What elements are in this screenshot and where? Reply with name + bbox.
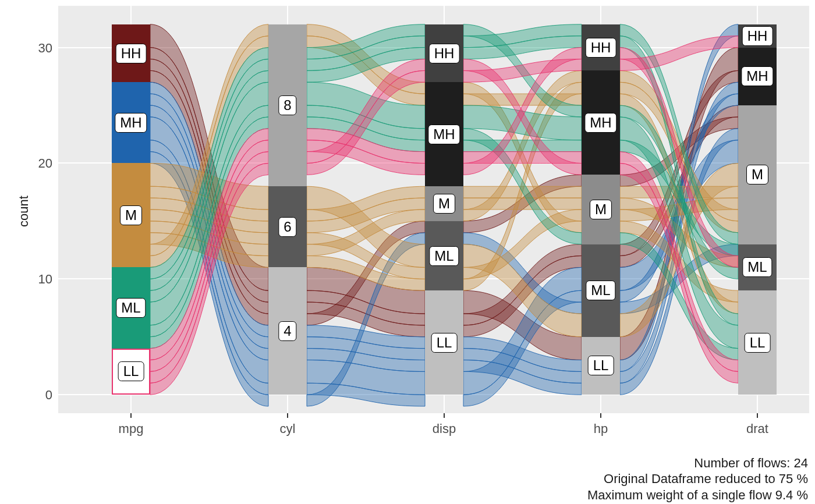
stratum-label-drat-M: M (746, 165, 768, 184)
stratum-label-drat-MH: MH (741, 66, 773, 86)
stratum-label-hp-ML: ML (586, 281, 615, 300)
stratum-label-mpg-M: M (120, 205, 142, 225)
stratum-label-disp-HH: HH (429, 44, 460, 63)
caption-line-maxweight: Maximum weight of a single flow 9.4 % (587, 487, 808, 503)
stratum-label-drat-HH: HH (742, 26, 773, 46)
stratum-label-mpg-HH: HH (116, 44, 147, 63)
x-tick-label-cyl: cyl (264, 421, 311, 436)
stratum-label-hp-MH: MH (584, 113, 616, 133)
y-tick-label: 10 (35, 272, 52, 287)
stratum-label-disp-ML: ML (429, 246, 459, 266)
stratum-label-disp-M: M (433, 194, 455, 214)
chart-area: LLMLMMHHH468LLMLMMHHHLLMLMMHHHLLMLMMHHH … (0, 0, 815, 448)
stratum-label-mpg-ML: ML (116, 298, 146, 318)
x-tick-label-disp: disp (421, 421, 467, 436)
stratum-label-mpg-MH: MH (115, 113, 147, 133)
stratum-label-hp-LL: LL (588, 356, 614, 375)
stratum-label-hp-HH: HH (586, 38, 616, 58)
stratum-label-disp-LL: LL (431, 333, 458, 353)
x-tick-label-mpg: mpg (108, 421, 154, 436)
stratum-label-cyl-8: 8 (278, 95, 296, 115)
caption-line-flows: Number of flows: 24 (587, 455, 808, 471)
y-tick-label: 20 (35, 156, 52, 171)
stratum-label-drat-ML: ML (742, 257, 772, 277)
y-tick-label: 30 (35, 41, 52, 56)
stratum-label-hp-M: M (590, 200, 612, 219)
stratum-label-disp-MH: MH (428, 125, 460, 144)
stratum-label-cyl-4: 4 (278, 321, 296, 341)
stratum-label-drat-LL: LL (745, 333, 771, 353)
stratum-label-cyl-6: 6 (278, 217, 296, 237)
caption-line-reduced: Original Dataframe reduced to 75 % (587, 471, 808, 487)
y-tick-label: 0 (35, 388, 52, 403)
chart-caption: Number of flows: 24 Original Dataframe r… (587, 455, 808, 503)
y-axis-label: count (16, 196, 31, 227)
x-tick-label-hp: hp (577, 421, 624, 436)
stratum-label-mpg-LL: LL (118, 361, 144, 381)
x-tick-label-drat: drat (734, 421, 781, 436)
